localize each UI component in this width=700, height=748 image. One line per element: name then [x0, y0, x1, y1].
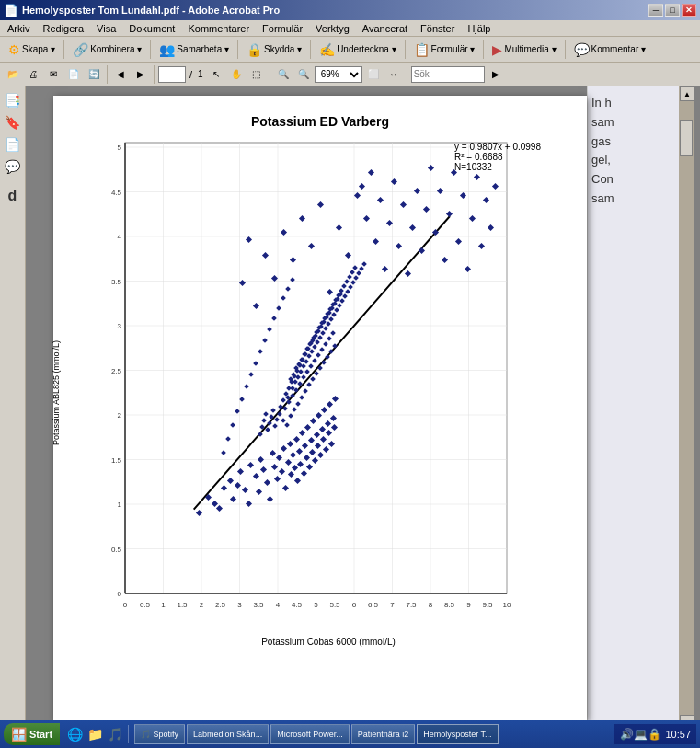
- menu-hjalp[interactable]: Hjälp: [462, 22, 496, 35]
- maximize-button[interactable]: □: [665, 4, 680, 17]
- zoom-in[interactable]: 🔍: [294, 65, 313, 84]
- kombinera-label: Kombinera ▾: [90, 44, 142, 54]
- scroll-thumb[interactable]: [680, 120, 693, 156]
- svg-text:5: 5: [314, 601, 318, 609]
- samarbeta-label: Samarbeta ▾: [177, 44, 229, 54]
- svg-text:2.5: 2.5: [215, 601, 226, 609]
- next-button[interactable]: ▶: [132, 65, 150, 84]
- scroll-up-button[interactable]: ▲: [680, 86, 694, 101]
- menu-avancerat[interactable]: Avancerat: [357, 22, 413, 35]
- chart-svg: 0 0.5 1 1.5 2 2.5 3 3.5 4 4.5 5: [88, 138, 521, 635]
- svg-text:10: 10: [503, 601, 511, 609]
- sys-tray: 🔊💻🔒 10:57: [614, 724, 696, 744]
- svg-text:3.5: 3.5: [253, 601, 264, 609]
- kombinera-button[interactable]: 🔗 Kombinera ▾: [68, 40, 146, 60]
- taskbar-btn-spotify[interactable]: 🎵 Spotify: [134, 724, 185, 744]
- main-area: 📑 🔖 📄 💬 d Potassium ED Varberg y = 0.980…: [0, 86, 700, 730]
- svg-text:3: 3: [118, 322, 122, 330]
- quicklaunch-explorer[interactable]: 📁: [86, 725, 104, 743]
- separator11: [407, 65, 407, 84]
- nav-panel-btn[interactable]: 📑: [3, 90, 23, 110]
- separator6: [483, 40, 484, 59]
- svg-text:4: 4: [118, 233, 122, 241]
- underteckna-button[interactable]: ✍ Underteckna ▾: [315, 40, 400, 60]
- svg-text:7: 7: [390, 601, 395, 609]
- fit-width[interactable]: ↔: [384, 65, 403, 84]
- equation-line1: y = 0.9807x + 0.0998: [454, 142, 541, 152]
- select-tool[interactable]: ⬚: [247, 65, 266, 84]
- minimize-button[interactable]: ─: [648, 4, 663, 17]
- cursor-tool[interactable]: ↖: [207, 65, 225, 84]
- skydda-button[interactable]: 🔒 Skydda ▾: [242, 40, 306, 60]
- skydda-label: Skydda ▾: [264, 44, 302, 54]
- zoom-out[interactable]: 🔍: [274, 65, 293, 84]
- scroll-track[interactable]: [680, 101, 694, 715]
- equation-line3: N=10332: [454, 162, 541, 172]
- hand-tool[interactable]: ✋: [227, 65, 246, 84]
- bookmark-btn[interactable]: 🔖: [3, 112, 23, 132]
- pages-btn[interactable]: 📄: [3, 134, 23, 155]
- menu-dokument[interactable]: Dokument: [123, 22, 180, 35]
- window-controls[interactable]: ─ □ ✕: [648, 4, 696, 17]
- multimedia-label: Multimedia ▾: [504, 44, 556, 54]
- menu-visa[interactable]: Visa: [91, 22, 121, 35]
- left-panel: 📑 🔖 📄 💬 d: [0, 86, 26, 730]
- skapa-label: Skapa ▾: [22, 44, 55, 54]
- zoom-select[interactable]: 69% 50% 75% 100% 125% 150%: [315, 66, 362, 83]
- pdf-page: Potassium ED Varberg y = 0.9807x + 0.099…: [53, 96, 587, 720]
- menu-verktyg[interactable]: Verktyg: [310, 22, 355, 35]
- toolbar2: 📂 🖨 ✉ 📄 🔄 ◀ ▶ 1 / 1 ↖ ✋ ⬚ 🔍 🔍 69% 50% 75…: [0, 63, 700, 86]
- svg-text:9.5: 9.5: [482, 601, 493, 609]
- menu-fonster[interactable]: Fönster: [415, 22, 460, 35]
- multimedia-button[interactable]: ▶ Multimedia ▾: [488, 40, 560, 60]
- page-separator: /: [188, 69, 194, 80]
- prev-button[interactable]: ◀: [111, 65, 130, 84]
- chart-title: Potassium ED Varberg: [72, 114, 568, 129]
- menu-formular[interactable]: Formulär: [257, 22, 308, 35]
- svg-text:6: 6: [352, 601, 357, 609]
- kommentar-label: Kommentar ▾: [591, 44, 646, 54]
- fit-page[interactable]: ⬜: [364, 65, 383, 84]
- right-panel-text: In hsamgasgel,Consam: [591, 94, 675, 209]
- page-number-input[interactable]: 1: [158, 66, 186, 83]
- scrollbar[interactable]: ▲ ▼: [679, 86, 694, 730]
- formular-label: Formulär ▾: [431, 44, 476, 54]
- start-button[interactable]: 🪟 Start: [4, 723, 60, 745]
- taskbar-btn-powerpoint[interactable]: Microsoft Power...: [270, 724, 350, 744]
- separator7: [565, 40, 566, 59]
- svg-text:5.5: 5.5: [329, 601, 340, 609]
- menu-kommentarer[interactable]: Kommentarer: [182, 22, 255, 35]
- separator4: [310, 40, 311, 59]
- separator2: [150, 40, 151, 59]
- toolbar1: ⚙ Skapa ▾ 🔗 Kombinera ▾ 👥 Samarbeta ▾ 🔒 …: [0, 37, 700, 63]
- svg-text:4.5: 4.5: [292, 601, 303, 609]
- chart-equation: y = 0.9807x + 0.0998 R² = 0.6688 N=10332: [454, 142, 541, 172]
- print-button[interactable]: 🖨: [24, 65, 42, 84]
- search-input[interactable]: [411, 66, 485, 83]
- email-button[interactable]: ✉: [44, 65, 63, 84]
- samarbeta-button[interactable]: 👥 Samarbeta ▾: [155, 40, 234, 60]
- taskbar-btn-hemolysposter[interactable]: Hemolysposter T...: [417, 724, 498, 744]
- quicklaunch-ie[interactable]: 🌐: [65, 725, 84, 743]
- svg-text:1.5: 1.5: [111, 456, 122, 465]
- formular-button[interactable]: 📋 Formulär ▾: [409, 40, 480, 60]
- title-bar: 📄 Hemolysposter Tom Lundahl.pdf - Adobe …: [0, 0, 700, 20]
- separator3: [237, 40, 238, 59]
- kommentar-button[interactable]: 💬 Kommentar ▾: [569, 40, 650, 60]
- annot-btn[interactable]: 💬: [3, 156, 23, 177]
- skapa-button[interactable]: ⚙ Skapa ▾: [4, 40, 60, 60]
- separator5: [405, 40, 406, 59]
- svg-text:5: 5: [118, 144, 122, 152]
- close-button[interactable]: ✕: [682, 4, 696, 17]
- menu-arkiv[interactable]: Arkiv: [2, 22, 35, 35]
- svg-text:3: 3: [237, 601, 242, 609]
- refresh-button[interactable]: 🔄: [85, 65, 103, 84]
- menu-redigera[interactable]: Redigera: [37, 22, 89, 35]
- quicklaunch-media[interactable]: 🎵: [106, 725, 124, 743]
- svg-text:6.5: 6.5: [368, 601, 379, 609]
- search-button[interactable]: ▶: [487, 65, 505, 84]
- open-button[interactable]: 📂: [4, 65, 22, 84]
- taskbar-btn-patientnara[interactable]: Patientnära i2: [351, 724, 416, 744]
- docprop-button[interactable]: 📄: [64, 65, 83, 84]
- taskbar-btn-labmedion[interactable]: Labmedion Skån...: [187, 724, 269, 744]
